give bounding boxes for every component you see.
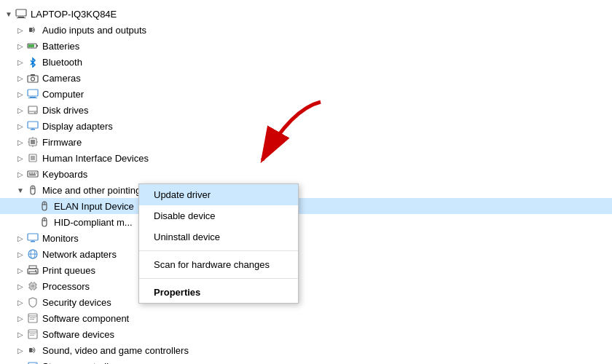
tree-item-sound[interactable]: ▷ Sound, video and game controllers xyxy=(0,342,612,358)
print-icon xyxy=(26,264,39,277)
expand-icon: ▷ xyxy=(15,24,26,36)
tree-item-hid2[interactable]: ▷ HID-compliant m... xyxy=(0,214,612,230)
tree-item-bluetooth[interactable]: ▷ Bluetooth xyxy=(0,54,612,70)
context-menu-sep2 xyxy=(139,278,298,279)
expand-icon: ▷ xyxy=(15,152,26,164)
bluetooth-label: Bluetooth xyxy=(42,57,82,68)
tree-item-softwarecomp[interactable]: ▷ Software component xyxy=(0,310,612,326)
root-label: LAPTOP-IQ3KQ84E xyxy=(31,9,117,20)
tree-item-elan[interactable]: ▷ ELAN Input Device xyxy=(0,198,612,214)
tree-item-storage[interactable]: ▷ Storage controllers xyxy=(0,358,612,364)
computer2-icon xyxy=(26,87,39,100)
svg-rect-5 xyxy=(36,45,38,47)
cameras-label: Cameras xyxy=(42,73,81,84)
monitor-icon xyxy=(26,232,39,245)
tree-item-keyboards[interactable]: ▷ Keyboards xyxy=(0,166,612,182)
expand-icon: ▼ xyxy=(15,184,26,196)
network-icon xyxy=(26,248,39,261)
svg-rect-2 xyxy=(17,17,26,18)
svg-rect-0 xyxy=(16,9,26,16)
tree-item-security[interactable]: ▷ Security devices xyxy=(0,294,612,310)
svg-rect-10 xyxy=(28,90,38,96)
context-menu-uninstall[interactable]: Uninstall device xyxy=(139,226,298,248)
camera-icon xyxy=(26,71,39,84)
svg-point-15 xyxy=(34,112,36,114)
softwarecomp-icon xyxy=(26,312,39,325)
storage-icon xyxy=(26,360,39,364)
print-label: Print queues xyxy=(42,265,95,276)
svg-rect-9 xyxy=(31,74,35,76)
svg-point-48 xyxy=(35,270,36,272)
tree-item-softwaredev[interactable]: ▷ Software devices xyxy=(0,326,612,342)
storage-label: Storage controllers xyxy=(42,361,122,365)
tree-root[interactable]: ▼ LAPTOP-IQ3KQ84E xyxy=(0,6,612,22)
tree-item-hid[interactable]: ▷ Human Interface Devices xyxy=(0,150,612,166)
firmware-label: Firmware xyxy=(42,137,82,148)
svg-rect-16 xyxy=(28,122,38,128)
tree-item-computer[interactable]: ▷ Computer xyxy=(0,86,612,102)
tree-item-display[interactable]: ▷ Display adapters xyxy=(0,118,612,134)
expand-icon: ▷ xyxy=(15,312,26,324)
tree-item-batteries[interactable]: ▷ Batteries xyxy=(0,38,612,54)
diskdrives-label: Disk drives xyxy=(42,105,89,116)
processors-label: Processors xyxy=(42,281,90,292)
batteries-label: Batteries xyxy=(42,41,79,52)
device-manager-tree: ▼ LAPTOP-IQ3KQ84E ▷ Audio inputs and out… xyxy=(0,0,612,364)
context-menu-properties[interactable]: Properties xyxy=(139,282,298,303)
context-menu-scan[interactable]: Scan for hardware changes xyxy=(139,254,298,275)
tree-item-network[interactable]: ▷ Network adapters xyxy=(0,246,612,262)
display-label: Display adapters xyxy=(42,121,113,132)
display-icon xyxy=(26,119,39,132)
tree-item-monitors[interactable]: ▷ Monitors xyxy=(0,230,612,246)
elan-label: ELAN Input Device xyxy=(54,201,134,212)
expand-icon: ▷ xyxy=(15,360,26,364)
svg-rect-45 xyxy=(29,266,36,269)
keyboards-label: Keyboards xyxy=(42,169,87,180)
svg-rect-47 xyxy=(29,272,36,274)
security-label: Security devices xyxy=(42,297,111,308)
svg-rect-39 xyxy=(28,234,38,240)
svg-rect-31 xyxy=(36,173,36,174)
svg-rect-65 xyxy=(30,333,36,334)
svg-rect-12 xyxy=(28,98,37,98)
tree-item-audio[interactable]: ▷ Audio inputs and outputs xyxy=(0,22,612,38)
svg-rect-61 xyxy=(30,317,36,318)
tree-item-print[interactable]: ▷ Print queues xyxy=(0,262,612,278)
disk-icon xyxy=(26,103,39,116)
expand-icon: ▷ xyxy=(15,232,26,244)
svg-rect-27 xyxy=(28,171,38,177)
expand-icon: ▷ xyxy=(15,344,26,356)
sound-label: Sound, video and game controllers xyxy=(42,345,189,356)
svg-rect-7 xyxy=(28,76,38,82)
svg-rect-17 xyxy=(31,129,35,130)
tree-item-diskdrives[interactable]: ▷ Disk drives xyxy=(0,102,612,118)
svg-rect-20 xyxy=(31,140,35,144)
keyboard-icon xyxy=(26,167,39,181)
expand-icon: ▷ xyxy=(15,136,26,148)
svg-rect-30 xyxy=(34,173,35,174)
context-menu-disable[interactable]: Disable device xyxy=(139,205,298,226)
tree-item-mice[interactable]: ▼ Mice and other pointing devices xyxy=(0,182,612,198)
audio-label: Audio inputs and outputs xyxy=(42,25,146,36)
tree-item-firmware[interactable]: ▷ Firmware xyxy=(0,134,612,150)
bluetooth-icon xyxy=(26,55,39,68)
softwaredev-label: Software devices xyxy=(42,329,114,340)
svg-rect-50 xyxy=(31,285,35,288)
sound-icon xyxy=(26,344,39,357)
elan-icon xyxy=(38,199,51,213)
context-menu-update[interactable]: Update driver xyxy=(139,184,298,205)
expand-icon: ▷ xyxy=(15,328,26,340)
audio-icon xyxy=(26,23,39,36)
expand-icon: ▷ xyxy=(15,264,26,276)
tree-item-processors[interactable]: ▷ Processors xyxy=(0,278,612,294)
svg-rect-6 xyxy=(28,44,34,47)
expand-icon: ▷ xyxy=(15,248,26,260)
hid2-icon xyxy=(38,215,51,229)
hid-icon xyxy=(26,151,39,165)
tree-item-cameras[interactable]: ▷ Cameras xyxy=(0,70,612,86)
expand-icon: ▷ xyxy=(15,40,26,52)
security-icon xyxy=(26,296,39,309)
network-label: Network adapters xyxy=(42,249,117,260)
svg-rect-26 xyxy=(31,156,35,160)
computer-icon xyxy=(15,7,28,20)
